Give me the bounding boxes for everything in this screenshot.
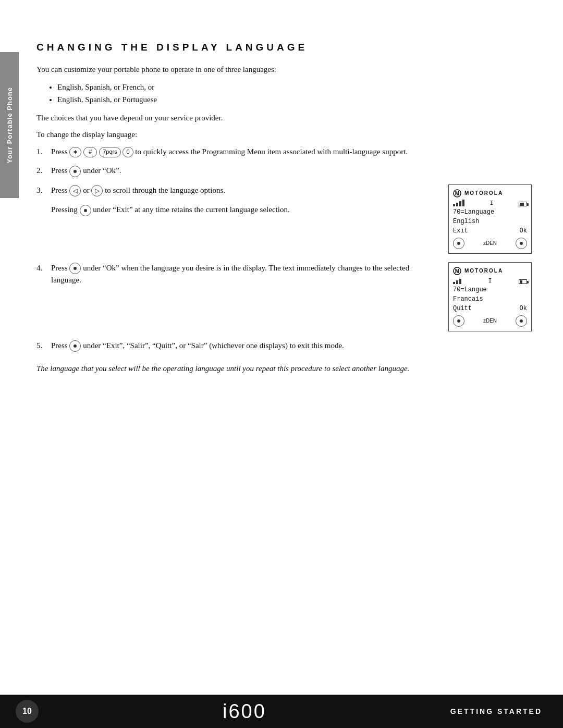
diagram-1-line1: 70=Language [453, 208, 527, 216]
note-pressing: Pressing [51, 205, 80, 214]
step-1-content: Press ∗ # 7pqrs 0 to quickly access the … [51, 146, 532, 158]
btn-dot-4[interactable] [69, 263, 81, 274]
footer-section: GETTING STARTED [450, 707, 542, 715]
battery-icon-1 [519, 202, 527, 206]
zden-label-2: zDEN [483, 318, 497, 324]
intro-para3: To change the display language: [36, 129, 532, 141]
bar3-2 [459, 279, 461, 284]
diagram-1-line2: English [453, 218, 527, 225]
step-5: 5. Press under “Exit”, “Salir”, “Quitt”,… [36, 340, 532, 352]
signal-bars-2 [453, 279, 461, 284]
softkey-right-2: Ok [520, 305, 527, 312]
motorola-m-icon-2: M [453, 267, 461, 275]
zden-label-1: zDEN [483, 240, 497, 246]
btn-dot-5[interactable] [69, 340, 81, 352]
bullet-item-1: English, Spanish, or French, or [57, 81, 532, 93]
nav-right-arrow[interactable]: ▷ [91, 185, 103, 196]
step-3-press: Press [51, 186, 69, 194]
btn-hash[interactable]: # [83, 147, 97, 157]
step-2-press: Press [51, 166, 69, 175]
diagram-2-logo: M MOTOROLA [453, 267, 527, 275]
step-3-or: or [83, 186, 91, 194]
step-3-text-after: to scroll through the language options. [105, 186, 225, 194]
btn-dot-diag1-right[interactable] [516, 238, 527, 249]
intro-para2: The choices that you have depend on your… [36, 112, 532, 124]
diagram-2-softkeys: Quitt Ok [453, 305, 527, 312]
step-2-content: Press under “Ok”. [51, 165, 532, 177]
step-5-num: 5. [36, 340, 51, 352]
step-1-text-after: to quickly access the Programming Menu i… [135, 147, 408, 156]
step-1-num: 1. [36, 146, 51, 158]
diagram-2-line1: 70=Langue [453, 286, 527, 293]
diagram-1-buttons-row: zDEN [453, 238, 527, 249]
step-4-press: Press [51, 264, 69, 272]
bar1-2 [453, 282, 455, 284]
footer-page-num: 10 [16, 700, 39, 723]
btn-dot-diag2-left[interactable] [453, 315, 464, 327]
diagram-1-softkeys: Exit Ok [453, 227, 527, 235]
bar4 [462, 200, 464, 206]
sidebar-tab: Your Portable Phone [0, 52, 19, 198]
step-3-num: 3. [36, 184, 51, 196]
diagram-1-logo: M MOTOROLA [453, 189, 527, 198]
step-3-with-diagram: 3. Press ◁ or ▷ to scroll through the la… [36, 184, 532, 254]
page: Your Portable Phone CHANGING THE DISPLAY… [0, 0, 563, 728]
step-4-num: 4. [36, 262, 51, 274]
phone-diagram-1: M MOTOROLA I [448, 184, 532, 254]
diagram-2-line2: Francais [453, 295, 527, 303]
signal-numeral-2: I [488, 277, 492, 284]
signal-bars-1 [453, 200, 464, 206]
chapter-heading: CHANGING THE DISPLAY LANGUAGE [36, 42, 532, 53]
btn-0[interactable]: 0 [123, 147, 133, 157]
diagram-2-buttons-row: zDEN [453, 315, 527, 327]
steps-container: 1. Press ∗ # 7pqrs 0 to quickly access t… [36, 146, 532, 352]
italic-note: The language that you select will be the… [36, 362, 532, 375]
step-4-content: Press under “Ok” when the language you d… [51, 262, 433, 286]
btn-star[interactable]: ∗ [69, 147, 81, 157]
step-5-text-after: under “Exit”, “Salir”, “Quitt”, or “Sair… [83, 341, 344, 350]
intro-para1: You can customize your portable phone to… [36, 64, 532, 76]
step-2-text-after: under “Ok”. [83, 166, 121, 175]
phone-diagram-2: M MOTOROLA I [448, 262, 532, 331]
bar3 [459, 201, 461, 206]
step-3: 3. Press ◁ or ▷ to scroll through the la… [36, 184, 433, 197]
step-3-content: Press ◁ or ▷ to scroll through the langu… [51, 184, 433, 197]
indented-note: Pressing under “Exit” at any time retain… [51, 204, 433, 216]
bar2-2 [456, 280, 458, 284]
btn-dot-note[interactable] [80, 205, 91, 216]
btn-7pqrs[interactable]: 7pqrs [99, 147, 121, 157]
btn-dot-diag2-right[interactable] [516, 315, 527, 327]
diagram-2-motorola-text: MOTOROLA [464, 268, 503, 274]
softkey-right-1: Ok [520, 227, 527, 235]
footer-model: i600 [39, 700, 450, 723]
diagram-1-box: M MOTOROLA I [448, 184, 532, 254]
bullet-list: English, Spanish, or French, or English,… [57, 81, 532, 106]
signal-numeral-1: I [490, 200, 494, 206]
svg-text:M: M [455, 191, 459, 196]
softkey-left-1: Exit [453, 227, 468, 235]
step-4-with-diagram: 4. Press under “Ok” when the language yo… [36, 262, 532, 331]
step-4-text-after: under “Ok” when the language you desire … [51, 264, 409, 285]
diagram-2-box: M MOTOROLA I [448, 262, 532, 331]
softkey-left-2: Quitt [453, 305, 472, 312]
sidebar-label: Your Portable Phone [6, 87, 14, 164]
bar1 [453, 204, 455, 206]
step-1-press: Press [51, 147, 68, 156]
svg-text:M: M [455, 268, 459, 274]
bar2 [456, 203, 458, 206]
step-5-content: Press under “Exit”, “Salir”, “Quitt”, or… [51, 340, 532, 352]
btn-dot-diag1-left[interactable] [453, 238, 464, 249]
step-4: 4. Press under “Ok” when the language yo… [36, 262, 433, 286]
nav-left-arrow[interactable]: ◁ [69, 185, 81, 196]
btn-dot-2[interactable] [69, 166, 81, 177]
note-text-after: under “Exit” at any time retains the cur… [93, 205, 289, 214]
step-3-left: 3. Press ◁ or ▷ to scroll through the la… [36, 184, 433, 225]
main-content: CHANGING THE DISPLAY LANGUAGE You can cu… [36, 42, 532, 728]
bullet-item-2: English, Spanish, or Portuguese [57, 93, 532, 106]
diagram-1-motorola-text: MOTOROLA [464, 190, 503, 196]
step-2: 2. Press under “Ok”. [36, 165, 532, 177]
diagram-1-signal-row: I [453, 200, 527, 206]
step-4-left: 4. Press under “Ok” when the language yo… [36, 262, 433, 293]
step-5-press: Press [51, 341, 69, 350]
diagram-2-signal-row: I [453, 277, 527, 284]
